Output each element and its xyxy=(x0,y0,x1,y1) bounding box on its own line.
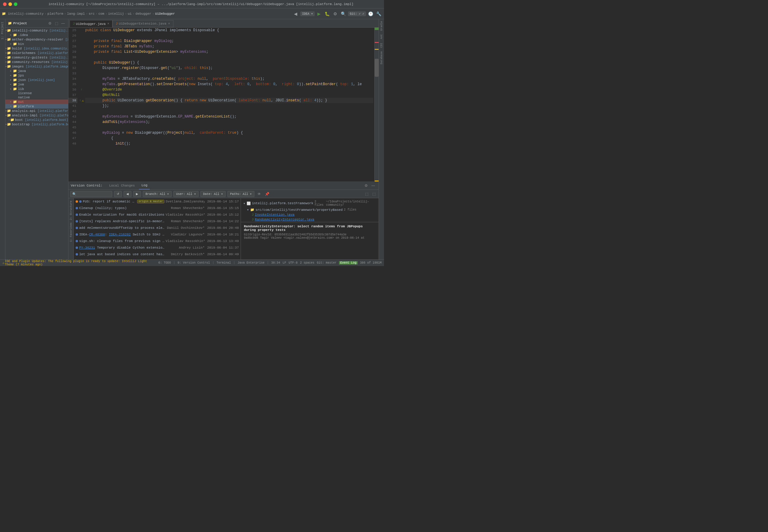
tree-item-jps[interactable]: ▸ 📁 jps xyxy=(5,73,68,78)
code-content[interactable]: public class UiDebugger extends JPanel i… xyxy=(84,28,374,181)
tree-item-intellij-community[interactable]: ▾ 📁 intellij-community [intellij.idea.co… xyxy=(5,28,68,33)
tree-item-community-guitests[interactable]: ▸ 📁 community-guitests [intellij.idea.co… xyxy=(5,55,68,60)
tree-item-license[interactable]: license xyxy=(5,91,68,95)
favorites-label[interactable]: 1: Favorites xyxy=(69,221,73,243)
tree-item-build[interactable]: ▸ 📁 build [intellij.idea.community.build… xyxy=(5,46,68,51)
vc-settings-button[interactable]: ⚙ xyxy=(363,183,369,189)
vc-minimize-button[interactable]: — xyxy=(370,183,376,189)
commit-row-sshj[interactable]: IDEA-CR-48380: IDEA-216202 Switch to SSH… xyxy=(74,231,240,238)
tree-item-boot[interactable]: ▸ 📁 boot [intellij.platform.boot] xyxy=(5,118,68,122)
idea-link[interactable]: IDEA-216202 xyxy=(109,233,131,236)
project-panel-settings[interactable]: ⚙ xyxy=(47,21,52,26)
structure-label[interactable]: 2: Structure xyxy=(69,199,73,221)
tree-item-jvm[interactable]: ▸ 📁 jvm xyxy=(5,82,68,87)
commit-row-python[interactable]: PY-36231 Temporary disable Cython extens… xyxy=(74,244,240,251)
detail-file-label[interactable]: RandomActivityInterceptor.java xyxy=(255,218,314,221)
run-config-button[interactable]: ⚙ xyxy=(332,10,339,17)
vc-next-button[interactable]: ▶ xyxy=(133,191,141,197)
tab-enterprise[interactable]: Java Enterprise xyxy=(237,261,264,265)
tree-item-bootstrap[interactable]: ▸ 📁 bootstrap [intellij.platform.bootstr… xyxy=(5,122,68,127)
breadcrumb-debugger[interactable]: debugger xyxy=(136,12,151,16)
detail-file-randomactivity[interactable]: J RandomActivityInterceptor.java xyxy=(241,217,378,222)
gradle-label[interactable]: Gradle xyxy=(379,19,384,32)
tree-item-json[interactable]: ▸ 📁 json [intellij.json] xyxy=(5,78,68,82)
commit-row-fus[interactable]: FUS: report if automatic update is enabl… xyxy=(74,198,240,205)
settings-button[interactable]: 🔧 xyxy=(375,10,382,17)
project-panel-layout[interactable]: ⬚ xyxy=(54,21,59,26)
tree-item-java[interactable]: ▸ 📁 java xyxy=(5,69,68,73)
vcs-button[interactable]: 🕐 xyxy=(367,10,374,17)
vc-pin-button[interactable]: 📌 xyxy=(264,191,270,197)
tree-item-idea[interactable]: ▸ 📁 .idea xyxy=(5,33,68,37)
commit-row-java-ast[interactable]: let java ast based indices use content h… xyxy=(74,251,240,258)
ant-label[interactable]: Ant xyxy=(379,32,384,41)
breadcrumb-ui[interactable]: ui xyxy=(128,12,132,16)
project-sidebar-label[interactable]: 1: Project xyxy=(1,22,4,40)
vc-branch-filter[interactable]: Branch: All ▾ xyxy=(143,191,172,197)
breadcrumb-lang-impl[interactable]: lang-impl xyxy=(67,12,85,16)
tree-item-out[interactable]: ▸ 📁 out xyxy=(5,100,68,104)
vc-tab-local-changes[interactable]: Local Changes xyxy=(107,181,137,190)
database-label[interactable]: Database xyxy=(379,49,384,66)
tree-item-aether[interactable]: ▸ 📁 aether-dependency-resolver [intellij… xyxy=(5,37,68,42)
detail-subpath-item[interactable]: ▾ 📁 src/com/intellij/testFramework/prope… xyxy=(241,207,378,212)
vc-refresh-button[interactable]: ↺ xyxy=(114,191,122,197)
vc-prev-button[interactable]: ◀ xyxy=(124,191,131,197)
editor-scrollbar[interactable] xyxy=(374,28,378,181)
vc-date-filter[interactable]: Date: All ▾ xyxy=(200,191,226,197)
vc-layout-button[interactable]: ⬚ xyxy=(363,191,369,197)
commit-row-android[interactable]: [tests] replaces Android-specific in-mem… xyxy=(74,218,240,225)
status-spaces[interactable]: 2 spaces xyxy=(300,261,314,265)
tree-item-platform[interactable]: ▾ 📁 platform xyxy=(5,104,68,109)
commit-row-cleanup[interactable]: Cleanup (nullity; typos) Roman Shevchenk… xyxy=(74,205,240,211)
scroll-thumb[interactable] xyxy=(375,59,378,77)
detail-file-invokenintention[interactable]: J InvokeIntention.java xyxy=(241,212,378,217)
window-controls[interactable] xyxy=(3,2,17,6)
tree-item-lib[interactable]: ▸ 📁 lib xyxy=(5,87,68,91)
breadcrumb-intellij[interactable]: intellij xyxy=(108,12,124,16)
cr-link[interactable]: CR-48380 xyxy=(89,233,105,236)
breadcrumb-uidebugger[interactable]: UiDebugger xyxy=(155,12,175,16)
tab-terminal[interactable]: Terminal xyxy=(217,261,231,265)
tree-item-colorschemes[interactable]: ▸ 📁 colorSchemes [intellij.platform.colo… xyxy=(5,51,68,55)
run-button[interactable]: ▶ xyxy=(315,10,323,17)
detail-module-item[interactable]: ▾ ⬜ intellij.platform.testFramework 2 fi… xyxy=(241,199,378,207)
back-button[interactable]: ◀ xyxy=(292,10,299,17)
minimize-button[interactable] xyxy=(8,2,12,6)
status-memory[interactable]: 386 of 1981M xyxy=(360,261,381,265)
close-button[interactable] xyxy=(3,2,7,6)
idea-dropdown[interactable]: IDEA ▾ xyxy=(300,11,315,16)
vc-eye-button[interactable]: 👁 xyxy=(256,191,262,197)
vc-tab-log[interactable]: Log xyxy=(139,181,150,190)
vc-user-filter[interactable]: User: All ▾ xyxy=(173,191,199,197)
status-encoding[interactable]: UTF-8 xyxy=(288,261,297,265)
commit-row-notarization[interactable]: Enable notarization for macOS distributi… xyxy=(74,211,240,218)
tab-close-button[interactable]: × xyxy=(107,22,109,25)
vc-layout2-button[interactable]: ⬚ xyxy=(371,191,377,197)
debug-button[interactable]: 🐛 xyxy=(324,10,331,17)
cdi-label[interactable]: CDI xyxy=(379,41,384,49)
breadcrumb-platform[interactable]: platform xyxy=(47,12,63,16)
tree-item-native[interactable]: native xyxy=(5,95,68,100)
breadcrumb-src[interactable]: src xyxy=(88,12,94,16)
tab-vcs[interactable]: 9: Version Control xyxy=(178,261,210,265)
commit-row-sign[interactable]: sign.sh: cleanup files from previous sig… xyxy=(74,238,240,244)
vc-search-input[interactable] xyxy=(70,191,112,197)
tree-item-community-resources[interactable]: ▸ 📁 community-resources [intellij.idea.c… xyxy=(5,60,68,64)
detail-file-label[interactable]: InvokeIntention.java xyxy=(255,213,294,217)
tree-item-analysis-api[interactable]: ▸ 📁 analysis-api [intellij.platform.anal… xyxy=(5,109,68,113)
event-log[interactable]: Event Log xyxy=(339,261,357,265)
tree-item-bin[interactable]: ▸ 📁 bin xyxy=(5,42,68,46)
tab-uidebugger[interactable]: J UiDebugger.java × xyxy=(70,20,112,27)
tab-uidebuggerextension[interactable]: J UiDebuggerExtension.java × xyxy=(112,20,173,27)
search-button[interactable]: 🔍 xyxy=(340,10,347,17)
commit-row-elements[interactable]: add #elementsAroundOffsetUp to process e… xyxy=(74,225,240,231)
tree-item-images[interactable]: ▸ 📁 images [intellij.platform.images] xyxy=(5,64,68,69)
tab-close-button[interactable]: × xyxy=(168,22,170,25)
project-panel-minimize[interactable]: — xyxy=(60,21,66,26)
tab-todo[interactable]: 6: TODO xyxy=(158,261,171,265)
breadcrumb-com[interactable]: com xyxy=(98,12,104,16)
tree-item-analysis-impl[interactable]: ▸ 📁 analysis-impl [intellij.platform.ana… xyxy=(5,113,68,118)
py-link[interactable]: PY-36231 xyxy=(79,246,95,250)
vc-paths-filter[interactable]: Paths: All ▾ xyxy=(227,191,254,197)
